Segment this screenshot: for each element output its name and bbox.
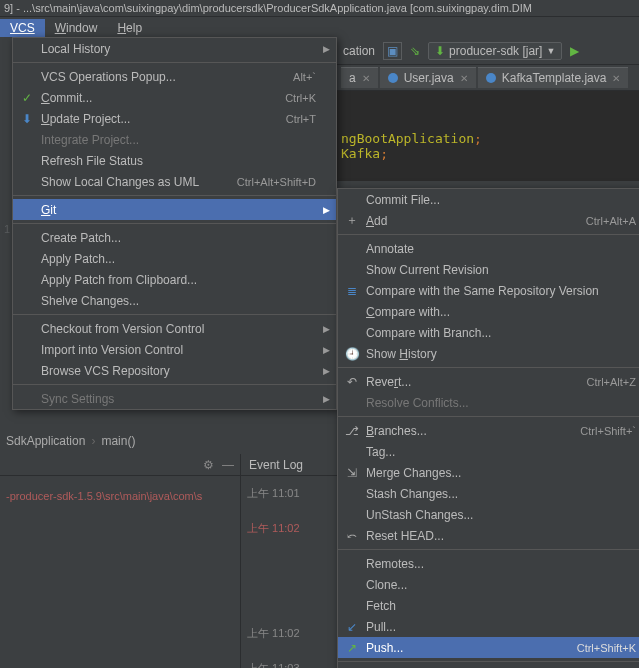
submenu-arrow-icon: ▶ xyxy=(323,366,330,376)
vcs-git[interactable]: Git▶ xyxy=(13,199,336,220)
tab-user[interactable]: User.java ✕ xyxy=(380,67,476,88)
tab-kafka-label: KafkaTemplate.java xyxy=(502,71,607,85)
run-config-label: producer-sdk [jar] xyxy=(449,44,542,58)
git-compare-with[interactable]: Compare with... xyxy=(338,301,639,322)
left-gutter: 1 xyxy=(0,37,12,430)
title-bar: 9] - ...\src\main\java\com\suixingpay\di… xyxy=(0,0,639,17)
git-show-history[interactable]: 🕘 Show History xyxy=(338,343,639,364)
event-timestamp: 上午 11:03 xyxy=(241,651,337,668)
tab-partial-label: a xyxy=(349,71,356,85)
menu-separator xyxy=(13,195,336,196)
vcs-commit[interactable]: ✓ Commit...Ctrl+K xyxy=(13,87,336,108)
vcs-apply-patch[interactable]: Apply Patch... xyxy=(13,248,336,269)
build-hammer-icon[interactable]: ⇘ xyxy=(410,44,420,58)
git-push[interactable]: ↗ Push...Ctrl+Shift+K xyxy=(338,637,639,658)
vcs-refresh-status[interactable]: Refresh File Status xyxy=(13,150,336,171)
breadcrumb: SdkApplication › main() xyxy=(0,430,240,452)
menu-separator xyxy=(13,223,336,224)
menu-separator xyxy=(13,314,336,315)
git-commit-file[interactable]: Commit File... xyxy=(338,189,639,210)
vcs-sync-settings: Sync Settings▶ xyxy=(13,388,336,409)
git-branches[interactable]: ⎇ Branches...Ctrl+Shift+` xyxy=(338,420,639,441)
run-config-selector[interactable]: ⬇ producer-sdk [jar] ▼ xyxy=(428,42,562,60)
menu-window-label: Window xyxy=(55,21,98,35)
navigation-suffix: cation xyxy=(343,44,375,58)
submenu-arrow-icon: ▶ xyxy=(323,394,330,404)
submenu-arrow-icon: ▶ xyxy=(323,345,330,355)
run-play-icon[interactable]: ▶ xyxy=(570,44,579,58)
merge-icon: ⇲ xyxy=(344,466,360,480)
gear-icon[interactable]: ⚙ xyxy=(203,458,214,472)
event-log-body: 上午 11:01 上午 11:02 上午 11:02 上午 11:03 xyxy=(240,476,337,668)
git-unstash[interactable]: UnStash Changes... xyxy=(338,504,639,525)
diff-icon: ≣ xyxy=(344,284,360,298)
git-compare-branch[interactable]: Compare with Branch... xyxy=(338,322,639,343)
nav-box-icon[interactable]: ▣ xyxy=(383,42,402,60)
menu-separator xyxy=(13,384,336,385)
menu-bar: VCS Window Help xyxy=(0,17,639,39)
tab-kafka[interactable]: KafkaTemplate.java ✕ xyxy=(478,67,629,88)
minimize-icon[interactable]: — xyxy=(222,458,234,472)
java-class-icon xyxy=(486,73,496,83)
submenu-arrow-icon: ▶ xyxy=(323,324,330,334)
update-arrow-icon: ⬇ xyxy=(19,112,35,126)
event-timestamp: 上午 11:01 xyxy=(241,476,337,511)
vcs-local-history[interactable]: Local History▶ xyxy=(13,38,336,59)
git-compare-same-repo[interactable]: ≣ Compare with the Same Repository Versi… xyxy=(338,280,639,301)
git-revert[interactable]: ↶ Revert...Ctrl+Alt+Z xyxy=(338,371,639,392)
menu-separator xyxy=(338,367,639,368)
git-show-current-revision[interactable]: Show Current Revision xyxy=(338,259,639,280)
vcs-create-patch[interactable]: Create Patch... xyxy=(13,227,336,248)
submenu-arrow-icon: ▶ xyxy=(323,44,330,54)
tool-window-body: -producer-sdk-1.5.9\src\main\java\com\s xyxy=(0,476,240,668)
revert-arrow-icon: ↶ xyxy=(344,375,360,389)
git-reset-head[interactable]: ⤺ Reset HEAD... xyxy=(338,525,639,546)
git-add[interactable]: ＋ AddCtrl+Alt+A xyxy=(338,210,639,231)
editor-tabs: a ✕ User.java ✕ KafkaTemplate.java ✕ xyxy=(337,65,639,91)
git-stash[interactable]: Stash Changes... xyxy=(338,483,639,504)
git-pull[interactable]: ↙ Pull... xyxy=(338,616,639,637)
add-plus-icon: ＋ xyxy=(344,212,360,229)
push-arrow-icon: ↗ xyxy=(344,641,360,655)
commit-check-icon: ✓ xyxy=(19,91,35,105)
breadcrumb-separator-icon: › xyxy=(91,434,95,448)
code-annotation: ngBootApplication xyxy=(341,131,474,146)
vcs-import[interactable]: Import into Version Control▶ xyxy=(13,339,336,360)
git-merge[interactable]: ⇲ Merge Changes... xyxy=(338,462,639,483)
git-submenu: Commit File... ＋ AddCtrl+Alt+A Annotate … xyxy=(337,188,639,668)
git-fetch[interactable]: Fetch xyxy=(338,595,639,616)
menu-help[interactable]: Help xyxy=(107,19,152,37)
breadcrumb-method[interactable]: main() xyxy=(101,434,135,448)
editor-area[interactable]: ngBootApplication; Kafka; xyxy=(337,91,639,181)
vcs-apply-patch-clipboard[interactable]: Apply Patch from Clipboard... xyxy=(13,269,336,290)
vcs-checkout[interactable]: Checkout from Version Control▶ xyxy=(13,318,336,339)
vcs-shelve-changes[interactable]: Shelve Changes... xyxy=(13,290,336,311)
event-timestamp: 上午 11:02 xyxy=(241,616,337,651)
breadcrumb-class[interactable]: SdkApplication xyxy=(6,434,85,448)
git-resolve-conflicts: Resolve Conflicts... xyxy=(338,392,639,413)
git-annotate[interactable]: Annotate xyxy=(338,238,639,259)
vcs-integrate: Integrate Project... xyxy=(13,129,336,150)
gutter-number: 1 xyxy=(0,217,12,241)
close-icon[interactable]: ✕ xyxy=(460,73,468,84)
git-tag[interactable]: Tag... xyxy=(338,441,639,462)
chevron-down-icon: ▼ xyxy=(546,46,555,56)
run-config-icon: ⬇ xyxy=(435,44,445,58)
vcs-update-project[interactable]: ⬇ Update Project...Ctrl+T xyxy=(13,108,336,129)
vcs-operations-popup[interactable]: VCS Operations Popup...Alt+` xyxy=(13,66,336,87)
submenu-arrow-icon: ▶ xyxy=(323,205,330,215)
vcs-dropdown: Local History▶ VCS Operations Popup...Al… xyxy=(12,37,337,410)
close-icon[interactable]: ✕ xyxy=(362,73,370,84)
menu-vcs[interactable]: VCS xyxy=(0,19,45,37)
title-text: 9] - ...\src\main\java\com\suixingpay\di… xyxy=(4,2,532,14)
git-remotes[interactable]: Remotes... xyxy=(338,553,639,574)
menu-separator xyxy=(338,416,639,417)
close-icon[interactable]: ✕ xyxy=(612,73,620,84)
vcs-show-uml[interactable]: Show Local Changes as UMLCtrl+Alt+Shift+… xyxy=(13,171,336,192)
menu-window[interactable]: Window xyxy=(45,19,108,37)
git-clone[interactable]: Clone... xyxy=(338,574,639,595)
tab-partial[interactable]: a ✕ xyxy=(341,67,378,88)
toolbar: cation ▣ ⇘ ⬇ producer-sdk [jar] ▼ ▶ xyxy=(337,37,639,65)
vcs-browse-repo[interactable]: Browse VCS Repository▶ xyxy=(13,360,336,381)
event-timestamp-error: 上午 11:02 xyxy=(241,511,337,546)
